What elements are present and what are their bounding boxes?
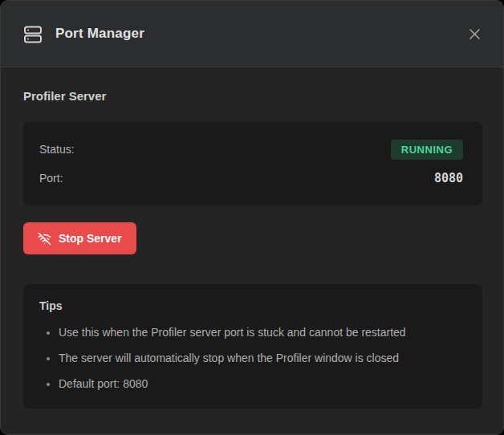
- status-label: Status:: [39, 143, 75, 156]
- stop-server-button[interactable]: Stop Server: [23, 222, 136, 254]
- tips-list: Use this when the Profiler server port i…: [39, 324, 466, 392]
- close-button[interactable]: [463, 22, 486, 45]
- dialog-title: Port Manager: [55, 26, 144, 42]
- server-icon: [22, 22, 43, 46]
- port-value: 8080: [434, 171, 463, 185]
- status-badge: RUNNING: [391, 140, 463, 160]
- status-card: Status: RUNNING Port: 8080: [23, 122, 482, 205]
- close-icon: [469, 28, 481, 40]
- stop-server-label: Stop Server: [59, 232, 122, 245]
- port-manager-dialog: Port Manager Profiler Server Status: RUN…: [0, 0, 504, 435]
- tips-card: Tips Use this when the Profiler server p…: [23, 284, 482, 409]
- section-heading: Profiler Server: [23, 89, 482, 104]
- tip-item: The server will automatically stop when …: [59, 350, 466, 367]
- tip-item: Use this when the Profiler server port i…: [59, 324, 466, 341]
- titlebar: Port Manager: [1, 1, 503, 67]
- status-row: Status: RUNNING: [39, 135, 463, 164]
- tip-item: Default port: 8080: [59, 376, 466, 392]
- port-row: Port: 8080: [39, 164, 463, 193]
- dialog-body: Profiler Server Status: RUNNING Port: 80…: [1, 67, 503, 434]
- wifi-off-icon: [38, 232, 51, 246]
- port-label: Port:: [39, 172, 63, 185]
- tips-heading: Tips: [39, 299, 466, 312]
